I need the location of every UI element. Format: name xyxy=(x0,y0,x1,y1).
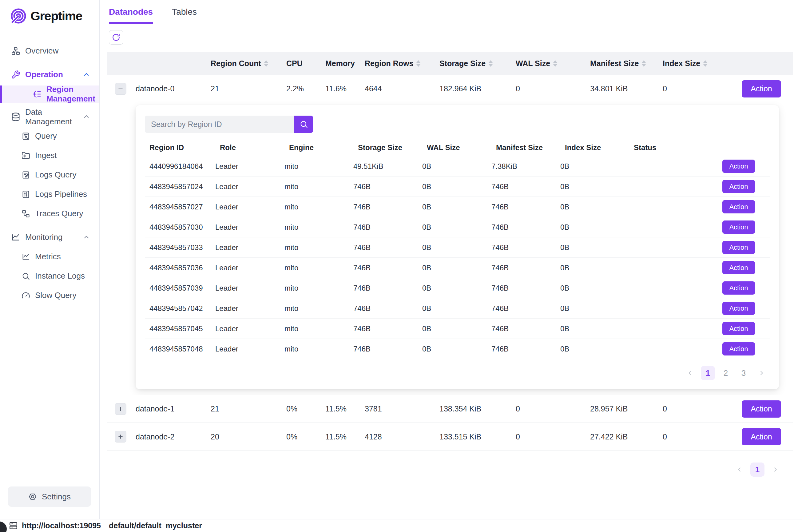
region-manifest-size: 746B xyxy=(491,304,560,313)
main-area: Datanodes Tables Region Count xyxy=(100,0,802,519)
region-action-button[interactable]: Action xyxy=(722,342,755,356)
region-manifest-size: 746B xyxy=(491,345,560,353)
page-number-button[interactable]: 1 xyxy=(701,366,715,380)
sidebar-item-label: Region Management xyxy=(46,84,99,103)
file-search-icon xyxy=(21,132,30,140)
sidebar-section-data-management[interactable]: Data Management xyxy=(0,107,99,127)
tab-tables[interactable]: Tables xyxy=(172,0,197,24)
region-column-header: Role xyxy=(215,143,284,152)
expand-row-button[interactable] xyxy=(115,431,127,442)
column-header[interactable]: Index Size xyxy=(663,59,734,68)
region-engine: mito xyxy=(284,203,354,211)
region-manifest-size: 746B xyxy=(491,203,560,211)
column-header[interactable]: Memory xyxy=(325,59,365,68)
collapse-row-button[interactable] xyxy=(115,83,127,95)
region-role: Leader xyxy=(215,203,284,211)
region-row: 4483945857036 Leader mito 746B 0B 746B 0… xyxy=(145,258,770,278)
column-header-label: CPU xyxy=(286,59,303,68)
sort-icon[interactable] xyxy=(264,60,268,67)
sort-icon[interactable] xyxy=(553,60,557,67)
sort-icon[interactable] xyxy=(488,60,493,67)
datanode-action-button[interactable]: Action xyxy=(742,428,781,445)
next-page-button[interactable] xyxy=(755,366,768,380)
column-header[interactable]: WAL Size xyxy=(516,59,590,68)
cluster-name[interactable]: default/default_mycluster xyxy=(109,521,202,530)
memory-value: 11.6% xyxy=(325,84,365,93)
region-action-button[interactable]: Action xyxy=(722,200,755,213)
sidebar-item-instance-logs[interactable]: Instance Logs xyxy=(0,266,99,286)
server-url-selector[interactable]: http://localhost:19095 xyxy=(0,519,101,532)
sidebar-item-ingest[interactable]: Ingest xyxy=(0,146,99,165)
sidebar-item-traces-query[interactable]: Traces Query xyxy=(0,204,99,223)
region-wal-size: 0B xyxy=(422,223,491,231)
column-header-label: Index Size xyxy=(663,59,700,68)
settings-button[interactable]: Settings xyxy=(8,487,91,507)
metrics-chart-icon xyxy=(21,252,30,261)
memory-value: 11.5% xyxy=(325,404,365,413)
sidebar-item-metrics[interactable]: Metrics xyxy=(0,247,99,266)
region-wal-size: 0B xyxy=(422,345,491,353)
sidebar-section-operation[interactable]: Operation xyxy=(0,65,99,84)
region-storage-size: 746B xyxy=(354,182,422,191)
region-engine: mito xyxy=(284,284,354,292)
sidebar-item-logs-pipelines[interactable]: Logs Pipelines xyxy=(0,185,99,204)
region-action-button[interactable]: Action xyxy=(722,261,755,274)
datanode-action-button[interactable]: Action xyxy=(742,80,781,97)
region-manifest-size: 746B xyxy=(491,284,560,292)
wal-size-value: 0 xyxy=(516,84,590,93)
region-storage-size: 746B xyxy=(354,345,422,353)
prev-page-button[interactable] xyxy=(683,366,697,380)
sort-icon[interactable] xyxy=(416,60,421,67)
column-header-label: Region Count xyxy=(211,59,261,68)
index-size-value: 0 xyxy=(663,84,734,93)
region-column-header: Region ID xyxy=(145,143,215,152)
sidebar-item-slow-query[interactable]: Slow Query xyxy=(0,286,99,305)
region-role: Leader xyxy=(215,243,284,252)
region-column-header: Storage Size xyxy=(354,143,422,152)
brand-logo[interactable]: Greptime xyxy=(0,0,99,24)
regions-pagination: 1 2 3 xyxy=(145,366,770,380)
region-search-input[interactable] xyxy=(145,116,294,133)
region-action-button[interactable]: Action xyxy=(722,180,755,193)
region-column-header: Status xyxy=(629,143,697,152)
folder-input-icon xyxy=(21,151,30,160)
page-number-button[interactable]: 3 xyxy=(737,366,751,380)
sidebar-item-logs-query[interactable]: Logs Query xyxy=(0,165,99,185)
page-number-button[interactable]: 1 xyxy=(750,462,764,477)
sort-icon[interactable] xyxy=(703,60,708,67)
region-action-button[interactable]: Action xyxy=(722,241,755,254)
sidebar-section-monitoring[interactable]: Monitoring xyxy=(0,228,99,247)
region-wal-size: 0B xyxy=(422,264,491,272)
column-header[interactable]: Region Rows xyxy=(365,59,439,68)
sidebar-item-label: Ingest xyxy=(35,151,57,160)
region-action-button[interactable]: Action xyxy=(722,322,755,335)
sidebar-item-region-management[interactable]: Region Management xyxy=(0,86,99,103)
database-icon xyxy=(11,112,20,121)
sidebar-item-query[interactable]: Query xyxy=(0,127,99,146)
datanode-action-button[interactable]: Action xyxy=(742,400,781,418)
page-number-button[interactable]: 2 xyxy=(719,366,733,380)
column-header[interactable]: Manifest Size xyxy=(590,59,663,68)
prev-page-button[interactable] xyxy=(732,462,747,477)
region-index-size: 0B xyxy=(560,182,629,191)
region-search-button[interactable] xyxy=(294,116,313,133)
sort-icon[interactable] xyxy=(642,60,646,67)
column-header[interactable]: CPU xyxy=(286,59,325,68)
column-header[interactable]: Storage Size xyxy=(439,59,516,68)
tab-datanodes[interactable]: Datanodes xyxy=(109,0,153,24)
chevron-up-icon xyxy=(83,234,90,241)
region-action-button[interactable]: Action xyxy=(722,159,755,173)
region-action-button[interactable]: Action xyxy=(722,302,755,315)
expand-row-button[interactable] xyxy=(115,403,127,415)
regions-table-body: 4440996184064 Leader mito 49.51KiB 0B 7.… xyxy=(145,156,770,359)
datanodes-content: Region Count CPU xyxy=(100,24,802,477)
region-action-button[interactable]: Action xyxy=(722,281,755,294)
next-page-button[interactable] xyxy=(768,462,782,477)
refresh-button[interactable] xyxy=(109,30,123,44)
region-action-button[interactable]: Action xyxy=(722,221,755,234)
sidebar-item-overview[interactable]: Overview xyxy=(0,41,99,61)
sidebar-item-label: Instance Logs xyxy=(35,271,85,281)
region-column-header: Index Size xyxy=(560,143,629,152)
column-header[interactable]: Region Count xyxy=(211,59,286,68)
file-edit-icon xyxy=(21,171,30,179)
